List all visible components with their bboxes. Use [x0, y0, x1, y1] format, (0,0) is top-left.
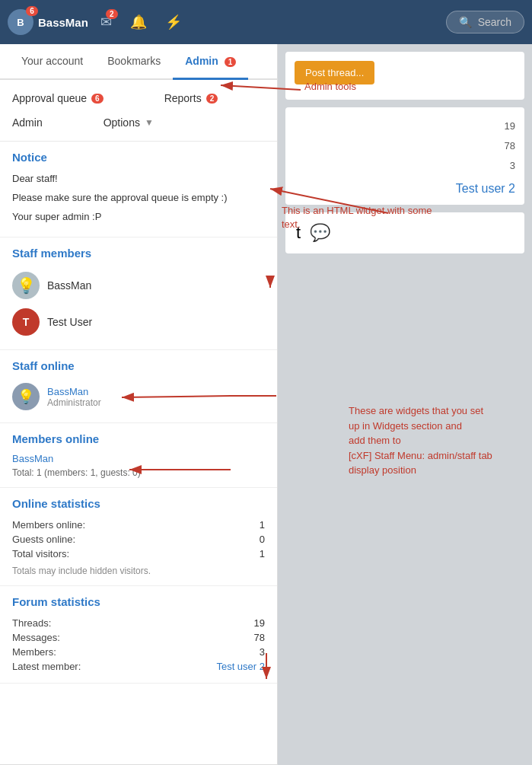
- options-item[interactable]: Options ▼: [104, 112, 154, 133]
- search-label: Search: [478, 16, 511, 28]
- stat-row-latest-member: Latest member: Test user 2: [12, 659, 265, 674]
- tab-admin-label: Admin: [185, 55, 218, 67]
- stat-value-members: 3: [260, 646, 265, 658]
- post-thread-button[interactable]: Post thread...: [295, 61, 374, 84]
- members-total: Total: 1 (members: 1, guests: 0): [12, 467, 265, 478]
- brand-name: BassMan: [38, 16, 88, 29]
- forum-stats-section: Forum statistics Threads: 19 Messages: 7…: [0, 586, 277, 684]
- online-stats-title: Online statistics: [12, 497, 265, 510]
- stat-label-members-online: Members online:: [12, 519, 85, 531]
- stat-label-total: Total visitors:: [12, 548, 69, 559]
- messages-button[interactable]: ✉ 2: [94, 9, 118, 35]
- bg-card-top: Post thread...: [285, 52, 524, 100]
- lightning-button[interactable]: ⚡: [159, 9, 188, 35]
- approval-queue-label: Approval queue: [12, 92, 87, 104]
- stat-latest-member-link[interactable]: Test user 2: [216, 661, 265, 672]
- staff-online-title: Staff online: [12, 359, 265, 372]
- staff-online-name[interactable]: BassMan: [47, 386, 265, 397]
- notice-section: Notice Dear staff! Please make sure the …: [0, 142, 277, 237]
- bg-latest-member-link[interactable]: Test user 2: [456, 182, 515, 195]
- stat-value-guests-online: 0: [260, 534, 265, 545]
- background-content: Post thread... 19 78 3 Test user 2 t 💬: [278, 44, 532, 765]
- bg-card-icons: t 💬: [285, 212, 524, 253]
- notice-body: Dear staff! Please make sure the approva…: [12, 171, 265, 225]
- approval-queue-badge: 6: [91, 94, 104, 104]
- stat-row-total: Total visitors: 1: [12, 547, 265, 561]
- tab-bookmarks-label: Bookmarks: [107, 55, 161, 67]
- dropdown-panel: Your account Bookmarks Admin 1 Approval …: [0, 44, 278, 765]
- members-online-section: Members online BassMan Total: 1 (members…: [0, 423, 277, 488]
- tumblr-icon: t: [296, 223, 301, 243]
- notice-title: Notice: [12, 151, 265, 164]
- reports-badge: 2: [206, 94, 218, 104]
- staff-item-bassman[interactable]: 💡 BassMan: [12, 267, 265, 304]
- stat-value-threads: 19: [254, 617, 265, 629]
- sub-menu-row-1: Approval queue 6 Reports 2: [0, 86, 277, 110]
- bg-members: 3: [295, 156, 515, 176]
- staff-online-info: BassMan Administrator: [47, 386, 265, 408]
- testuser-name: Test User: [47, 316, 92, 328]
- reports-item[interactable]: Reports 2: [164, 88, 218, 109]
- reports-label: Reports: [164, 92, 202, 104]
- staff-members-section: Staff members 💡 BassMan T Test User: [0, 237, 277, 350]
- bg-messages: 78: [295, 136, 515, 156]
- stat-value-members-online: 1: [260, 519, 265, 531]
- member-online-link[interactable]: BassMan: [12, 453, 265, 464]
- brand-button[interactable]: B 6 BassMan: [8, 9, 88, 35]
- tab-admin[interactable]: Admin 1: [173, 44, 248, 80]
- staff-members-title: Staff members: [12, 247, 265, 260]
- brand-badge: 6: [26, 6, 38, 16]
- forum-stats-title: Forum statistics: [12, 595, 265, 608]
- search-button[interactable]: 🔍 Search: [446, 11, 524, 33]
- sub-menu: Approval queue 6 Reports 2 Admin Options…: [0, 80, 277, 142]
- stat-label-messages: Messages:: [12, 632, 60, 643]
- bassman-avatar: 💡: [12, 272, 40, 299]
- staff-online-role: Administrator: [47, 397, 265, 408]
- bg-card-numbers: 19 78 3 Test user 2: [285, 107, 524, 205]
- tab-bookmarks[interactable]: Bookmarks: [95, 44, 173, 80]
- stat-row-members-online: Members online: 1: [12, 518, 265, 532]
- staff-item-testuser[interactable]: T Test User: [12, 304, 265, 340]
- bell-icon: 🔔: [130, 14, 147, 30]
- admin-item[interactable]: Admin: [12, 112, 43, 133]
- stat-row-messages: Messages: 78: [12, 630, 265, 645]
- user-avatar-badge: B 6: [8, 9, 33, 35]
- top-navigation: B 6 BassMan ✉ 2 🔔 ⚡ 🔍 Search: [0, 0, 532, 44]
- stat-label-guests-online: Guests online:: [12, 534, 75, 545]
- bg-threads: 19: [295, 116, 515, 136]
- staff-online-section: Staff online 💡 BassMan Administrator: [0, 350, 277, 423]
- tab-admin-badge: 1: [225, 57, 237, 67]
- notifications-button[interactable]: 🔔: [124, 9, 153, 35]
- stat-row-guests-online: Guests online: 0: [12, 532, 265, 547]
- stat-label-members: Members:: [12, 646, 56, 658]
- stat-value-total: 1: [260, 548, 265, 559]
- tab-your-account-label: Your account: [21, 55, 83, 67]
- staff-online-avatar: 💡: [12, 383, 40, 410]
- admin-label: Admin: [12, 116, 43, 129]
- testuser-avatar: T: [12, 308, 40, 336]
- options-arrow: ▼: [145, 117, 154, 128]
- online-stats-section: Online statistics Members online: 1 Gues…: [0, 488, 277, 586]
- stat-note: Totals may include hidden visitors.: [12, 566, 265, 576]
- options-label: Options: [104, 116, 140, 129]
- stat-label-threads: Threads:: [12, 617, 51, 629]
- approval-queue-item[interactable]: Approval queue 6: [12, 88, 104, 109]
- stat-label-latest: Latest member:: [12, 661, 81, 672]
- staff-online-item: 💡 BassMan Administrator: [12, 380, 265, 413]
- stat-value-messages: 78: [254, 632, 265, 643]
- notice-line-1: Dear staff!: [12, 171, 265, 187]
- notice-line-2: Please make sure the approval queue is e…: [12, 190, 265, 206]
- bassman-name: BassMan: [47, 279, 91, 292]
- members-online-title: Members online: [12, 432, 265, 445]
- tab-your-account[interactable]: Your account: [9, 44, 95, 80]
- sub-menu-row-2: Admin Options ▼: [0, 110, 277, 135]
- messages-badge: 2: [106, 9, 118, 19]
- whatsapp-icon: 💬: [310, 223, 330, 243]
- notice-line-3: Your super admin :P: [12, 209, 265, 225]
- stat-row-threads: Threads: 19: [12, 616, 265, 630]
- tab-bar: Your account Bookmarks Admin 1: [0, 44, 277, 80]
- stat-row-members: Members: 3: [12, 645, 265, 659]
- search-icon: 🔍: [459, 16, 472, 28]
- lightning-icon: ⚡: [165, 14, 182, 30]
